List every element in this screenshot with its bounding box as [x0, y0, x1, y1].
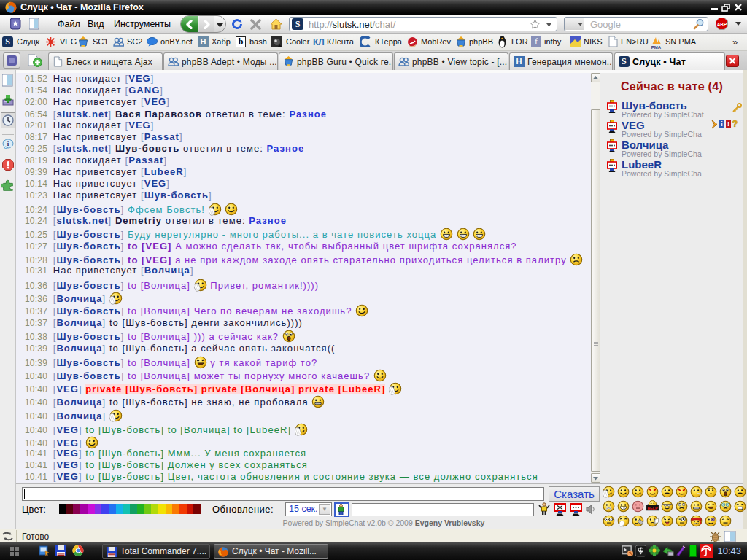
- svg-text:PMA: PMA: [651, 45, 662, 50]
- svg-text:ABP: ABP: [717, 22, 727, 27]
